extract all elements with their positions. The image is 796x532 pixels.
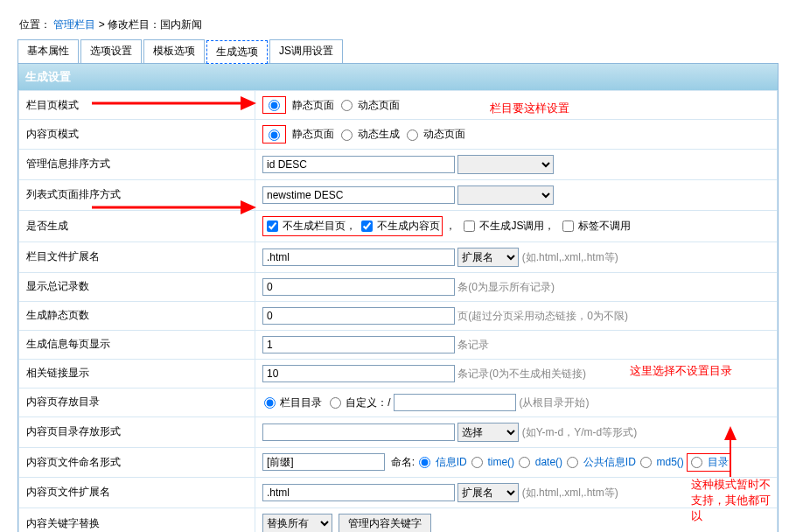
radio-column-dir[interactable]	[264, 397, 276, 409]
manage-keywords-button[interactable]: 管理内容关键字	[339, 514, 431, 532]
name-label: 命名:	[391, 456, 415, 468]
input-dir-format[interactable]	[262, 424, 455, 441]
label-per-page: 生成信息每页显示	[19, 330, 255, 359]
opt-content-static: 静态页面	[292, 128, 334, 140]
hint-column-ext: (如.html,.xml,.htm等)	[522, 251, 618, 263]
check-no-js-label: 不生成JS调用，	[479, 220, 555, 232]
input-manage-sort[interactable]	[262, 156, 455, 173]
label-keyword-replace: 内容关键字替换	[19, 508, 255, 532]
link-time[interactable]: time()	[487, 456, 514, 468]
label-content-ext: 内容页文件扩展名	[19, 477, 255, 508]
radio-custom-dir[interactable]	[330, 397, 341, 409]
label-column-ext: 栏目文件扩展名	[19, 242, 255, 272]
hint-content-ext: (如.html,.xml,.htm等)	[522, 486, 618, 499]
opt-content-dynpage: 动态页面	[423, 128, 465, 140]
radio-column-dynamic[interactable]	[341, 100, 353, 111]
breadcrumb-current: 修改栏目：国内新闻	[108, 18, 202, 31]
label-list-sort: 列表式页面排序方式	[19, 179, 255, 210]
select-column-ext[interactable]: 扩展名	[457, 248, 519, 267]
radio-dir[interactable]	[691, 457, 702, 468]
radio-md5[interactable]	[640, 457, 652, 468]
tab-basic[interactable]: 基本属性	[17, 39, 79, 63]
radio-infoid[interactable]	[419, 457, 430, 468]
label-related: 相关链接显示	[19, 359, 255, 388]
check-no-tag-label: 标签不调用	[578, 220, 631, 232]
input-column-ext[interactable]	[262, 248, 455, 266]
breadcrumb-sep: >	[99, 18, 108, 31]
input-custom-dir[interactable]	[394, 394, 516, 411]
check-no-content-label: 不生成内容页	[377, 220, 440, 232]
label-static-pages: 生成静态页数	[19, 301, 255, 330]
check-no-tag[interactable]	[562, 220, 574, 232]
label-filename: 内容页文件命名形式	[19, 447, 255, 477]
sep: ，	[445, 220, 456, 232]
opt-static: 静态页面	[292, 99, 334, 111]
tab-generate[interactable]: 生成选项	[206, 40, 268, 64]
hint-total-records: 条(0为显示所有记录)	[457, 281, 555, 293]
hint-related: 条记录(0为不生成相关链接)	[457, 368, 586, 380]
label-content-page-mode: 内容页模式	[19, 120, 255, 149]
check-no-column[interactable]	[267, 220, 278, 232]
radio-column-static[interactable]	[269, 100, 280, 111]
select-dir-format[interactable]: 选择	[457, 423, 519, 442]
select-content-ext[interactable]: 扩展名	[457, 483, 519, 502]
check-no-js[interactable]	[464, 220, 475, 232]
tab-js[interactable]: JS调用设置	[269, 39, 343, 63]
radio-content-dyngen[interactable]	[341, 130, 353, 141]
link-infoid[interactable]: 信息ID	[436, 456, 467, 468]
hint-dir-format: (如Y-m-d，Y/m-d等形式)	[522, 426, 638, 438]
label-dir-format: 内容页目录存放形式	[19, 416, 255, 447]
link-dir[interactable]: 目录	[708, 456, 729, 468]
input-total-records[interactable]	[262, 278, 455, 296]
link-pubinfoid[interactable]: 公共信息ID	[583, 456, 636, 468]
tab-template[interactable]: 模板选项	[143, 39, 205, 63]
opt-custom-dir: 自定义：/	[346, 396, 390, 409]
link-date[interactable]: date()	[535, 456, 562, 468]
select-manage-sort[interactable]	[457, 155, 554, 174]
input-list-sort[interactable]	[262, 186, 455, 204]
tabs: 基本属性 选项设置 模板选项 生成选项 JS调用设置	[17, 39, 779, 64]
check-no-column-label: 不生成栏目页，	[283, 220, 356, 232]
radio-content-static[interactable]	[269, 130, 280, 141]
label-manage-sort: 管理信息排序方式	[19, 149, 255, 179]
input-static-pages[interactable]	[262, 307, 455, 325]
opt-content-dyngen: 动态生成	[358, 128, 400, 140]
input-related[interactable]	[262, 365, 455, 382]
tab-options[interactable]: 选项设置	[80, 39, 142, 63]
check-no-content[interactable]	[361, 220, 373, 232]
input-per-page[interactable]	[262, 336, 455, 354]
label-total-records: 显示总记录数	[19, 272, 255, 301]
hint-content-dir: (从根目录开始)	[519, 396, 589, 409]
input-prefix[interactable]	[262, 453, 385, 471]
panel-generate-settings: 生成设置 栏目页模式 静态页面 动态页面 内容页模式	[17, 64, 779, 532]
link-md5[interactable]: md5()	[656, 456, 683, 468]
opt-column-dir: 栏目目录	[280, 396, 322, 409]
radio-content-dynpage[interactable]	[407, 130, 418, 141]
label-column-page-mode: 栏目页模式	[19, 91, 255, 120]
select-list-sort[interactable]	[457, 186, 554, 205]
input-content-ext[interactable]	[262, 484, 455, 501]
panel-title: 生成设置	[18, 64, 778, 90]
radio-time[interactable]	[471, 457, 483, 468]
radio-pubinfoid[interactable]	[567, 457, 578, 468]
breadcrumb: 位置： 管理栏目 > 修改栏目：国内新闻	[17, 18, 779, 32]
label-generate: 是否生成	[19, 210, 255, 242]
hint-static-pages: 页(超过分页采用动态链接，0为不限)	[457, 310, 628, 322]
hint-per-page: 条记录	[457, 339, 489, 351]
loc-label: 位置：	[19, 18, 51, 31]
breadcrumb-link[interactable]: 管理栏目	[53, 18, 95, 31]
label-content-dir: 内容页存放目录	[19, 388, 255, 416]
opt-dynamic: 动态页面	[358, 99, 400, 111]
radio-date[interactable]	[519, 457, 530, 468]
select-replace[interactable]: 替换所有	[262, 514, 332, 532]
